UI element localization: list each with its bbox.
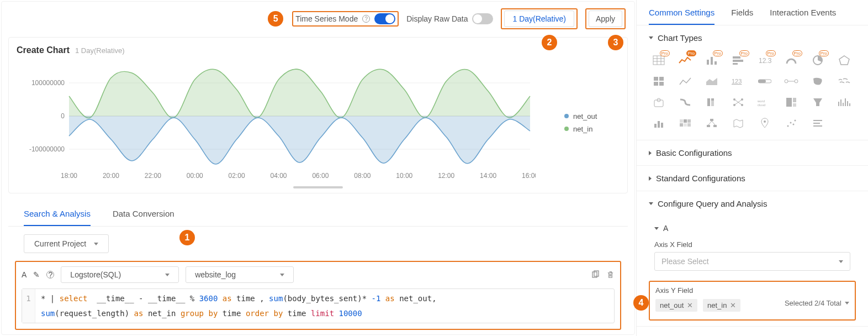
chart-type-network-icon[interactable] — [728, 95, 748, 110]
svg-rect-69 — [658, 121, 660, 128]
svg-rect-48 — [711, 101, 714, 106]
svg-text:04:00: 04:00 — [271, 172, 287, 180]
section-query-analysis[interactable]: Configure Query and Analysis — [637, 191, 868, 216]
chart-type-heatmap-icon[interactable] — [675, 116, 695, 131]
axis-x-select[interactable]: Please Select — [654, 252, 850, 271]
chevron-down-icon — [280, 274, 284, 276]
time-range-button[interactable]: 1 Day(Relative) — [504, 11, 574, 27]
chart-type-number-icon[interactable]: Pro12.3 — [755, 53, 775, 68]
chart-type-radar-icon[interactable] — [834, 53, 854, 68]
project-select-label: Current Project — [34, 239, 86, 248]
chart-type-gauge-icon[interactable]: Pro — [781, 53, 801, 68]
chart-type-text-icon[interactable] — [808, 116, 828, 131]
chart-type-line-icon[interactable]: Pro — [675, 53, 695, 68]
legend-item[interactable]: net_out — [564, 112, 620, 120]
chart-type-map2-icon[interactable] — [728, 116, 748, 131]
svg-marker-34 — [839, 56, 849, 65]
chart-type-histogram-icon[interactable] — [834, 95, 854, 110]
svg-point-43 — [795, 80, 798, 83]
display-raw-data-toggle[interactable] — [472, 13, 493, 24]
chart-type-column-icon[interactable]: Pro — [702, 53, 722, 68]
svg-point-42 — [785, 80, 788, 83]
chart-type-progress-icon[interactable] — [755, 74, 775, 89]
display-raw-data-label: Display Raw Data — [406, 14, 468, 23]
chart-type-tree-icon[interactable] — [702, 116, 722, 131]
svg-rect-78 — [707, 125, 710, 127]
chart-type-location-icon[interactable] — [755, 116, 775, 131]
tab-data-conversion[interactable]: Data Conversion — [113, 209, 174, 226]
svg-text:18:00: 18:00 — [61, 172, 77, 180]
apply-button[interactable]: Apply — [589, 11, 622, 27]
chart-type-pie-icon[interactable]: Pro — [808, 53, 828, 68]
svg-rect-73 — [687, 119, 691, 123]
section-label: Standard Configurations — [656, 174, 745, 183]
chart-type-china-map-icon[interactable] — [808, 74, 828, 89]
chart-type-scatter-icon[interactable] — [781, 116, 801, 131]
svg-text:100000000: 100000000 — [31, 79, 65, 87]
chart-type-world-map-icon[interactable] — [834, 74, 854, 89]
chart-type-bar-icon[interactable]: Pro — [728, 53, 748, 68]
chart-type-area-icon[interactable] — [702, 74, 722, 89]
chart-types-grid: Pro Pro Pro Pro Pro12.3 Pro Pro 123 — [637, 50, 868, 140]
chart-type-table-icon[interactable]: Pro — [649, 53, 669, 68]
chart-type-map-pin-icon[interactable] — [649, 95, 669, 110]
tab-interaction-events[interactable]: Interaction Events — [770, 8, 836, 25]
letter-a-icon[interactable]: A — [22, 270, 27, 279]
tab-common-settings[interactable]: Common Settings — [649, 8, 714, 25]
close-icon[interactable]: ✕ — [687, 301, 693, 309]
help-icon[interactable]: ? — [362, 15, 370, 23]
section-standard-config[interactable]: Standard Configurations — [637, 166, 868, 191]
svg-text:123: 123 — [732, 78, 742, 85]
chart-type-treemap-icon[interactable] — [781, 95, 801, 110]
logstore-type-select[interactable]: Logstore(SQL) — [61, 266, 179, 283]
axis-y-tag[interactable]: net_in ✕ — [703, 299, 740, 312]
legend-item[interactable]: net_in — [564, 125, 620, 133]
time-series-mode-toggle[interactable] — [374, 13, 395, 24]
svg-rect-27 — [711, 57, 713, 65]
close-icon[interactable]: ✕ — [730, 301, 736, 309]
svg-text:-100000000: -100000000 — [29, 145, 65, 153]
project-select[interactable]: Current Project — [24, 234, 109, 253]
callout-5: 5 — [268, 11, 283, 27]
tab-search-analysis[interactable]: Search & Analysis — [24, 209, 91, 226]
sql-editor[interactable]: 1 * | select __time__ - __time__ % 3600 … — [22, 288, 615, 323]
svg-text:10:00: 10:00 — [396, 172, 412, 180]
chart-type-wordcloud-icon[interactable]: wordcloud — [755, 95, 775, 110]
svg-text:16:00: 16:00 — [522, 172, 536, 180]
chart-type-funnel-icon[interactable] — [808, 95, 828, 110]
chart-type-line2-icon[interactable] — [675, 74, 695, 89]
sql-code: * | select __time__ - __time__ % 3600 as… — [35, 289, 614, 323]
svg-point-83 — [787, 125, 789, 127]
svg-rect-35 — [654, 77, 658, 81]
svg-rect-74 — [680, 123, 683, 127]
chart-type-sankey-icon[interactable] — [675, 95, 695, 110]
svg-rect-31 — [733, 63, 738, 65]
chart-type-stacked-icon[interactable] — [702, 95, 722, 110]
sa-tablist: Search & Analysis Data Conversion — [8, 201, 628, 227]
svg-rect-60 — [793, 103, 796, 107]
copy-icon[interactable] — [591, 270, 600, 279]
help-icon[interactable]: ? — [46, 271, 54, 279]
chart-scroll-indicator[interactable] — [293, 186, 343, 188]
subsection-a[interactable]: A — [654, 219, 850, 237]
svg-point-86 — [795, 120, 796, 122]
query-block-highlight: A ✎ ? Logstore(SQL) website_log — [15, 261, 621, 330]
edit-icon[interactable]: ✎ — [33, 270, 40, 279]
chart-type-bar2-icon[interactable] — [649, 116, 669, 131]
chart-type-grid-icon[interactable] — [649, 74, 669, 89]
selected-total[interactable]: Selected 2/4 Total — [785, 299, 849, 307]
section-basic-config[interactable]: Basic Configurations — [637, 140, 868, 165]
time-series-mode-label: Time Series Mode — [295, 14, 358, 23]
delete-icon[interactable] — [606, 271, 615, 279]
logstore-name-select[interactable]: website_log — [186, 266, 294, 283]
svg-text:12:00: 12:00 — [438, 172, 454, 180]
section-chart-types[interactable]: Chart Types — [637, 25, 868, 50]
chart-type-flow-icon[interactable] — [781, 74, 801, 89]
logstore-type-label: Logstore(SQL) — [70, 270, 121, 279]
svg-text:word: word — [758, 99, 765, 103]
chart-type-123-icon[interactable]: 123 — [728, 74, 748, 89]
tab-fields[interactable]: Fields — [731, 8, 753, 25]
caret-right-icon — [649, 151, 652, 155]
axis-y-tag[interactable]: net_out ✕ — [655, 299, 697, 312]
time-series-mode-highlight: Time Series Mode ? — [292, 11, 399, 27]
